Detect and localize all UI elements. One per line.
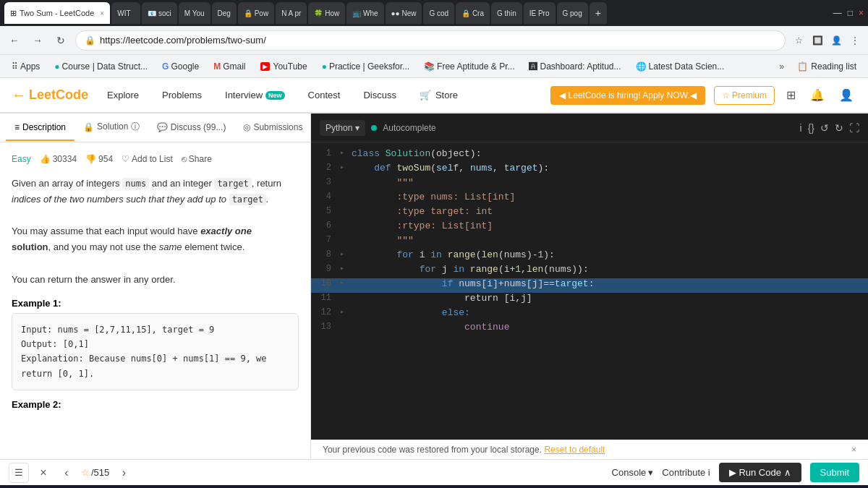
leetcode-nav: ← LeetCode Explore Problems Interview Ne… [0,78,868,113]
code-line-3: 3 """ [311,177,868,192]
bookmark-apps[interactable]: ⠿ Apps [6,59,46,74]
code-line-11: 11 return [i,j] [311,293,868,307]
contribute-button[interactable]: Contribute i [662,467,710,478]
redo-icon[interactable]: ↻ [835,122,843,134]
clear-button[interactable]: × [35,464,52,481]
browser-tab[interactable]: G pog [557,2,588,24]
bell-icon[interactable]: 🔔 [807,85,827,105]
browser-tab[interactable]: 🔒 Pow [238,2,274,24]
code-line-1: 1 ▸ class Solution(object): [311,148,868,163]
fullscreen-icon[interactable]: ⛶ [849,122,859,134]
reading-list[interactable]: 📋 Reading list [791,59,862,74]
tab-submissions[interactable]: ◎ Submissions [234,115,311,141]
extension-icon[interactable]: 🔲 [810,33,825,48]
upvote-button[interactable]: 👍 30334 [40,154,77,164]
nav-discuss[interactable]: Discuss [359,87,401,103]
nav-explore[interactable]: Explore [103,87,143,103]
user-avatar[interactable]: 👤 [836,85,856,105]
code-editor[interactable]: 1 ▸ class Solution(object): 2 ▸ def twoS… [311,142,868,440]
code-line-9: 9 ▸ for j in range(i+1,len(nums)): [311,264,868,278]
new-tab-button[interactable]: + [590,2,607,24]
share-button[interactable]: ⎋ Share [182,154,212,164]
nav-store[interactable]: 🛒 Store [415,87,462,103]
prev-problem-button[interactable]: ‹ [58,464,75,481]
reset-link[interactable]: Reset to default [544,445,605,455]
tab-close-icon[interactable]: × [100,9,104,17]
code-line-10: 10 ▸ if nums[i]+nums[j]==target: [311,278,868,293]
browser-tab[interactable]: G cod [423,2,454,24]
browser-tab[interactable]: 🍀 How [308,2,345,24]
bookmark-geeksfor[interactable]: ● Practice | Geeksfor... [316,59,415,74]
close-icon[interactable]: × [859,8,864,18]
profile-icon[interactable]: 👤 [829,33,843,48]
hiring-button[interactable]: ◀ LeetCode is hiring! Apply NOW.◀ [550,86,705,105]
code-line-12: 12 ▸ else: [311,307,868,322]
notification-close-icon[interactable]: × [851,445,856,455]
bookmark-aptitude[interactable]: 📚 Free Aptitude & Pr... [418,59,520,74]
bookmark-gmail[interactable]: M Gmail [208,59,251,74]
browser-tab[interactable]: 📺 Whe [346,2,383,24]
tab-discuss[interactable]: 💬 Discuss (99...) [148,115,235,141]
bookmark-datascience[interactable]: 🌐 Latest Data Scien... [630,59,731,74]
code-line-4: 4 :type nums: List[int] [311,192,868,206]
maximize-icon[interactable]: □ [848,8,853,18]
code-line-5: 5 :type target: int [311,206,868,221]
nav-interview[interactable]: Interview New [221,87,289,103]
address-bar-right: ☆ 🔲 👤 ⋮ [791,33,862,48]
windows-start-button[interactable] [6,485,35,488]
example2-title: Example 2: [12,399,299,410]
menu-icon[interactable]: ☰ [9,463,29,483]
code-editor-panel: Python ▾ Autocomplete i {} ↺ ↻ ⛶ 1 ▸ cla… [311,114,868,459]
editor-bottom-bar: ☰ × ‹ ☆ /515 › Console ▾ Contribute i ▶ … [0,459,868,485]
editor-icons: i {} ↺ ↻ ⛶ [800,122,859,134]
difficulty-row: Easy 👍 30334 👎 954 ♡ Add to List ⎋ Share [12,154,299,164]
undo-icon[interactable]: ↺ [820,122,829,134]
run-code-button[interactable]: ▶ Run Code ∧ [719,463,801,482]
language-selector[interactable]: Python ▾ [320,120,365,136]
downvote-button[interactable]: 👎 954 [85,154,113,164]
bookmark-google[interactable]: G Google [156,59,205,74]
reload-button[interactable]: ↻ [52,32,69,49]
nav-contest[interactable]: Contest [304,87,345,103]
browser-tab[interactable]: M You [179,2,210,24]
browser-tab[interactable]: 🔒 Cra [456,2,490,24]
bookmarks-more[interactable]: » [775,59,789,74]
tab-solution[interactable]: 🔒 Solution ⓘ [75,114,148,142]
add-to-list-button[interactable]: ♡ Add to List [122,154,173,164]
aptitude-icon: 📚 [424,61,435,72]
url-input[interactable]: 🔒 https://leetcode.com/problems/two-sum/ [75,30,786,51]
browser-tab[interactable]: ●● New [386,2,422,24]
browser-tab[interactable]: IE Pro [524,2,556,24]
leetcode-logo[interactable]: ← LeetCode [12,87,88,103]
premium-button[interactable]: ☆ Premium [714,86,775,105]
browser-tab[interactable]: N A pr [276,2,307,24]
course-icon: ● [54,61,59,72]
gmail-icon: M [213,61,221,72]
active-tab[interactable]: ⊞ Two Sum - LeetCode × [4,2,110,24]
bookmark-youtube[interactable]: ▶ YouTube [255,59,313,74]
browser-tab[interactable]: 📧 soci [142,2,177,24]
google-icon: G [162,61,169,72]
forward-button[interactable]: → [29,32,46,49]
create-icon[interactable]: ⊞ [783,85,799,105]
brackets-icon[interactable]: {} [808,122,814,134]
bookmark-dashboard[interactable]: 🅰 Dashboard: Aptitud... [523,59,626,74]
submit-button[interactable]: Submit [810,463,859,482]
info-icon[interactable]: i [800,122,802,134]
browser-tab[interactable]: WIT [111,2,140,24]
minimize-icon[interactable]: — [833,8,842,18]
browser-tab[interactable]: Deg [212,2,237,24]
star-icon[interactable]: ☆ [81,467,90,478]
bookmark-course[interactable]: ● Course | Data Struct... [48,59,153,74]
nav-problems[interactable]: Problems [158,87,206,103]
back-button[interactable]: ← [6,32,23,49]
notification-bar: Your previous code was restored from you… [311,440,868,459]
bookmark-icon[interactable]: ☆ [791,33,806,48]
browser-tab[interactable]: G thin [491,2,522,24]
console-button[interactable]: Console ▾ [612,467,654,478]
code-line-8: 8 ▸ for i in range(len(nums)-1): [311,249,868,264]
code-line-13: 13 continue [311,322,868,336]
tab-description[interactable]: ≡ Description [6,115,75,141]
next-problem-button[interactable]: › [115,464,132,481]
settings-icon[interactable]: ⋮ [848,33,862,48]
